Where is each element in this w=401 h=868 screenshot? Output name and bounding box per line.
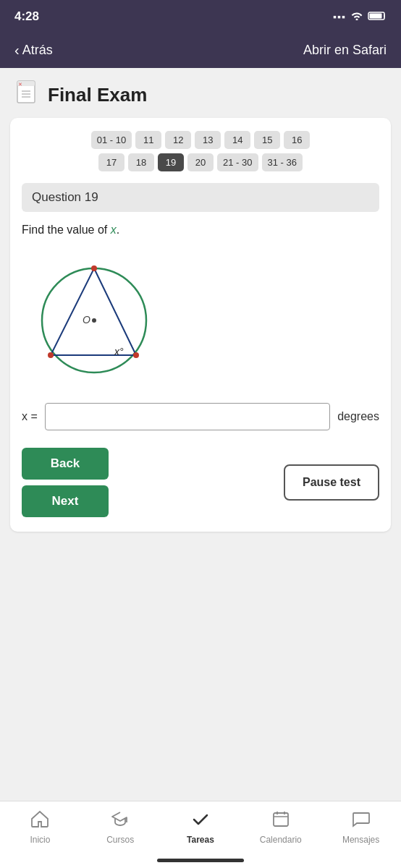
- geometry-diagram: O x°: [29, 248, 174, 386]
- q-nav-17[interactable]: 17: [98, 153, 124, 171]
- pause-test-button[interactable]: Pause test: [284, 464, 379, 501]
- q-nav-16[interactable]: 16: [284, 131, 310, 149]
- left-buttons: Back Next: [22, 448, 109, 517]
- tab-inicio-label: Inicio: [30, 835, 50, 845]
- status-bar: 4:28 ▪▪▪: [0, 0, 401, 32]
- exam-icon: ✕: [14, 80, 41, 111]
- question-label: Question 19: [22, 183, 379, 212]
- main-card: 01 - 10 11 12 13 14 15 16 17 18 19 20 21…: [10, 118, 391, 532]
- degrees-label: degrees: [337, 410, 379, 423]
- svg-rect-18: [274, 813, 288, 826]
- tab-tareas-label: Tareas: [187, 835, 214, 845]
- tab-mensajes-label: Mensajes: [342, 835, 379, 845]
- question-nav-row-2: 17 18 19 20 21 - 30 31 - 36: [22, 153, 379, 171]
- wifi-icon: [350, 10, 363, 23]
- home-indicator: [0, 859, 401, 868]
- question-nav-row-1: 01 - 10 11 12 13 14 15 16: [22, 131, 379, 149]
- open-safari-button[interactable]: Abrir en Safari: [303, 43, 387, 58]
- q-nav-15[interactable]: 15: [254, 131, 280, 149]
- page-header: ✕ Final Exam: [0, 68, 401, 118]
- signal-icon: ▪▪▪: [333, 11, 346, 22]
- tab-cursos-label: Cursos: [106, 835, 134, 845]
- question-text: Find the value of x.: [22, 224, 379, 237]
- status-icons: ▪▪▪: [333, 10, 387, 23]
- tab-mensajes[interactable]: Mensajes: [339, 810, 383, 845]
- answer-input[interactable]: [45, 403, 330, 430]
- mensajes-icon: [352, 810, 371, 832]
- exam-title: Final Exam: [48, 84, 147, 106]
- cursos-icon: [111, 810, 130, 832]
- svg-line-9: [51, 268, 94, 355]
- q-nav-18[interactable]: 18: [128, 153, 154, 171]
- tab-inicio[interactable]: Inicio: [18, 810, 62, 845]
- q-nav-14[interactable]: 14: [224, 131, 250, 149]
- diagram-container: O x°: [22, 248, 379, 386]
- buttons-row: Back Next Pause test: [22, 448, 379, 517]
- answer-row: x = degrees: [22, 403, 379, 430]
- answer-label: x =: [22, 410, 38, 423]
- tab-bar: Inicio Cursos Tareas Calendario: [0, 801, 401, 859]
- q-nav-11[interactable]: 11: [135, 131, 161, 149]
- q-nav-21-30[interactable]: 21 - 30: [217, 153, 258, 171]
- svg-point-12: [92, 318, 96, 323]
- tab-calendario[interactable]: Calendario: [259, 810, 303, 845]
- tab-tareas[interactable]: Tareas: [179, 810, 222, 845]
- question-nav: 01 - 10 11 12 13 14 15 16 17 18 19 20 21…: [22, 131, 379, 171]
- q-nav-01-10[interactable]: 01 - 10: [91, 131, 132, 149]
- next-button[interactable]: Next: [22, 485, 109, 517]
- chevron-left-icon: ‹: [14, 42, 20, 59]
- tab-cursos[interactable]: Cursos: [98, 810, 142, 845]
- nav-bar: ‹ Atrás Abrir en Safari: [0, 32, 401, 68]
- battery-icon: [368, 11, 387, 23]
- tab-calendario-label: Calendario: [260, 835, 302, 845]
- status-time: 4:28: [14, 9, 39, 24]
- q-nav-12[interactable]: 12: [165, 131, 191, 149]
- home-icon: [30, 810, 49, 832]
- svg-text:x°: x°: [114, 346, 124, 357]
- calendar-icon: [272, 810, 290, 832]
- svg-text:✕: ✕: [18, 82, 22, 87]
- back-label: Atrás: [22, 43, 53, 58]
- back-button[interactable]: ‹ Atrás: [14, 42, 53, 59]
- q-nav-20[interactable]: 20: [187, 153, 214, 171]
- back-button[interactable]: Back: [22, 448, 109, 480]
- q-nav-13[interactable]: 13: [195, 131, 221, 149]
- svg-point-14: [91, 265, 97, 271]
- home-bar: [157, 859, 244, 862]
- q-nav-31-36[interactable]: 31 - 36: [262, 153, 303, 171]
- svg-rect-1: [370, 13, 382, 18]
- svg-point-16: [133, 352, 139, 358]
- x-variable: x: [111, 224, 117, 236]
- tareas-icon: [191, 810, 210, 832]
- svg-text:O: O: [83, 314, 90, 326]
- q-nav-19[interactable]: 19: [158, 153, 184, 171]
- svg-point-15: [48, 352, 54, 358]
